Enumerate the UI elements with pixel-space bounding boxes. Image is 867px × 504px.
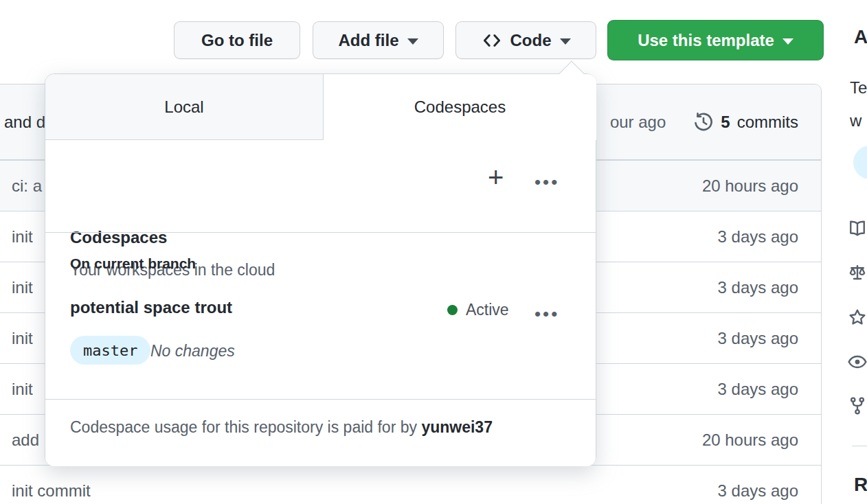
add-file-button[interactable]: Add file: [313, 21, 444, 59]
status-label: Active: [466, 301, 509, 319]
codespace-status: Active: [447, 301, 509, 319]
latest-commit-time: our ago: [610, 113, 666, 132]
branch-badge: master: [70, 336, 150, 365]
footer-owner: yunwei37: [421, 418, 493, 436]
license-law-icon[interactable]: [847, 262, 867, 283]
go-to-file-label: Go to file: [201, 31, 273, 50]
row-time: 3 days ago: [718, 227, 798, 247]
row-time: 3 days ago: [718, 380, 798, 399]
star-icon[interactable]: [847, 307, 867, 328]
about-sidebar: A Te w: [847, 0, 867, 504]
repo-description-line2: w: [850, 111, 862, 130]
popover-footer: Codespace usage for this repository is p…: [45, 399, 596, 466]
eye-watch-icon[interactable]: [847, 352, 867, 372]
chevron-down-icon: [560, 38, 571, 45]
row-commit-message[interactable]: init: [12, 380, 33, 399]
new-codespace-plus-button[interactable]: +: [488, 163, 504, 191]
row-time: 3 days ago: [718, 278, 798, 297]
changes-note: No changes: [150, 342, 235, 360]
row-time: 20 hours ago: [702, 431, 798, 450]
row-commit-message[interactable]: add: [12, 431, 39, 450]
popover-divider: [45, 232, 596, 233]
tab-local[interactable]: Local: [45, 74, 324, 140]
use-this-template-label: Use this template: [638, 31, 774, 50]
releases-heading: R: [854, 474, 867, 496]
code-button[interactable]: Code: [455, 21, 596, 59]
codespaces-kebab-menu-button[interactable]: •••: [534, 172, 559, 193]
history-clock-icon: [693, 112, 714, 133]
branch-name: master: [83, 342, 137, 359]
use-this-template-button[interactable]: Use this template: [607, 20, 824, 60]
commits-label: commits: [737, 113, 798, 132]
code-dropdown-popover: Local Codespaces Codespaces Your workspa…: [45, 73, 596, 466]
code-label: Code: [510, 31, 552, 50]
repo-description-line1: Te: [850, 78, 867, 98]
row-commit-message[interactable]: init: [12, 227, 33, 247]
tab-codespaces-label: Codespaces: [414, 98, 506, 117]
row-commit-message[interactable]: init: [12, 329, 33, 348]
codespace-name[interactable]: potential space trout: [70, 298, 232, 317]
readme-book-icon[interactable]: [847, 218, 867, 239]
commit-history-link[interactable]: 5 commits: [693, 112, 798, 133]
row-commit-message[interactable]: ci: a: [12, 176, 42, 196]
row-time: 3 days ago: [718, 481, 798, 501]
fork-icon[interactable]: [847, 396, 867, 416]
repo-page: and d our ago 5 commits ci: a 20 hours a…: [0, 0, 867, 504]
codespaces-title: Codespaces: [70, 228, 167, 247]
tab-local-label: Local: [164, 98, 203, 117]
on-current-branch-label: On current branch: [70, 255, 196, 272]
add-file-label: Add file: [339, 31, 399, 50]
latest-commit-message[interactable]: and d: [4, 113, 45, 132]
row-commit-message[interactable]: init commit: [12, 481, 91, 501]
sidebar-divider: [852, 446, 867, 446]
about-heading: A: [854, 26, 867, 48]
row-time: 20 hours ago: [702, 176, 798, 196]
commit-count: 5: [721, 113, 730, 132]
row-commit-message[interactable]: init: [12, 278, 33, 297]
tab-codespaces[interactable]: Codespaces: [324, 74, 596, 140]
active-status-dot-icon: [447, 305, 458, 315]
row-time: 3 days ago: [718, 329, 798, 348]
table-row[interactable]: init commit 3 days ago: [0, 465, 821, 504]
chevron-down-icon: [407, 38, 418, 45]
go-to-file-button[interactable]: Go to file: [174, 21, 300, 59]
chevron-down-icon: [782, 38, 793, 45]
code-brackets-icon: [482, 30, 502, 51]
footer-text: Codespace usage for this repository is p…: [70, 418, 421, 436]
codespace-kebab-menu-button[interactable]: •••: [534, 303, 559, 325]
topic-tag[interactable]: [853, 146, 867, 179]
popover-tabbar: Local Codespaces: [45, 74, 596, 140]
